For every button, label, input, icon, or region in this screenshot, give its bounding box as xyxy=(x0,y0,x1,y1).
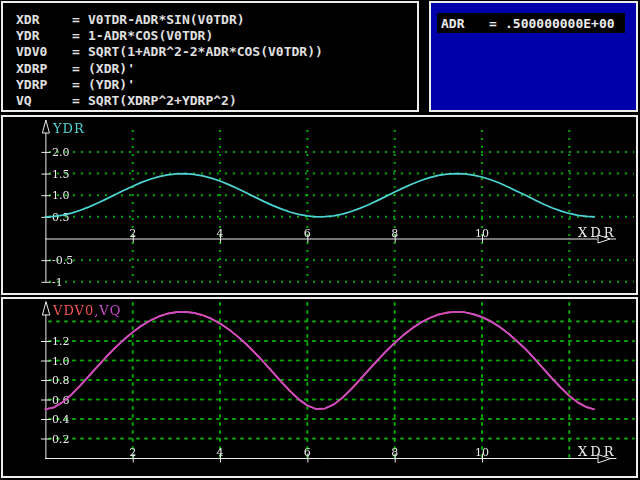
parameter-panel: ADR=.500000000E+00 xyxy=(429,1,638,112)
param-value: .500000000E+00 xyxy=(505,16,615,31)
formula-equals: = xyxy=(72,61,88,76)
formula-equals: = xyxy=(72,12,88,27)
formula-row: XDRP=(XDR)' xyxy=(16,60,417,76)
formula-row: VQ=SQRT(XDRP^2+YDRP^2) xyxy=(16,92,417,108)
formula-expression: SQRT(XDRP^2+YDRP^2) xyxy=(88,93,237,108)
formula-name: VDV0 xyxy=(16,44,72,59)
formula-name: XDRP xyxy=(16,61,72,76)
formula-equals: = xyxy=(72,28,88,43)
parameter-row-adr[interactable]: ADR=.500000000E+00 xyxy=(437,13,625,33)
formula-row: YDR=1-ADR*COS(V0TDR) xyxy=(16,27,417,43)
chart-panel-ydr xyxy=(1,115,638,295)
formula-expression: V0TDR-ADR*SIN(V0TDR) xyxy=(88,12,245,27)
formula-equals: = xyxy=(72,93,88,108)
formula-row: YDRP=(YDR)' xyxy=(16,76,417,92)
formula-equals: = xyxy=(72,44,88,59)
formula-name: YDR xyxy=(16,28,72,43)
formula-row: VDV0=SQRT(1+ADR^2-2*ADR*COS(V0TDR)) xyxy=(16,44,417,60)
formula-name: XDR xyxy=(16,12,72,27)
param-equals: = xyxy=(489,16,505,31)
app-screen: XDR=V0TDR-ADR*SIN(V0TDR) YDR=1-ADR*COS(V… xyxy=(0,0,640,480)
formula-name: VQ xyxy=(16,93,72,108)
formula-equals: = xyxy=(72,77,88,92)
formula-expression: (XDR)' xyxy=(88,61,135,76)
formula-expression: 1-ADR*COS(V0TDR) xyxy=(88,28,213,43)
param-name: ADR xyxy=(441,16,489,31)
formula-expression: (YDR)' xyxy=(88,77,135,92)
formula-row: XDR=V0TDR-ADR*SIN(V0TDR) xyxy=(16,11,417,27)
formula-name: YDRP xyxy=(16,77,72,92)
formula-panel: XDR=V0TDR-ADR*SIN(V0TDR) YDR=1-ADR*COS(V… xyxy=(1,1,419,112)
chart-panel-vdv0-vq xyxy=(1,297,638,478)
formula-expression: SQRT(1+ADR^2-2*ADR*COS(V0TDR)) xyxy=(88,44,323,59)
